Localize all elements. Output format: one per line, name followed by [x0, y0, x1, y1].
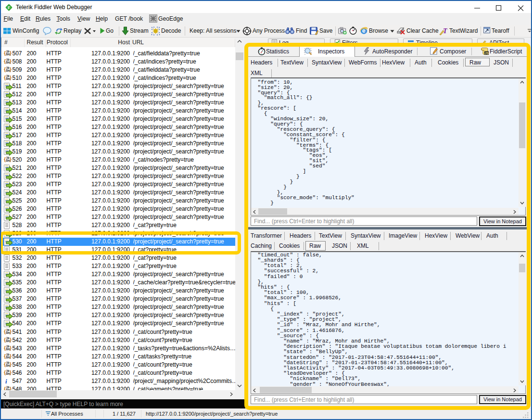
svg-text:T: T — [443, 27, 447, 35]
svg-text:F: F — [8, 5, 10, 10]
